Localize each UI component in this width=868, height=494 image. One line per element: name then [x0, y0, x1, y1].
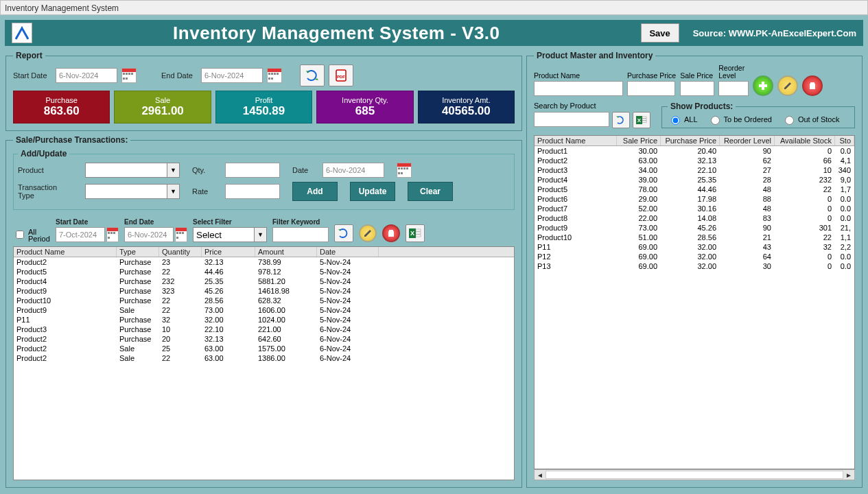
- pdf-button[interactable]: PDF: [329, 64, 353, 86]
- table-row[interactable]: Product822.0014.088300.0: [535, 213, 854, 223]
- svg-text:X: X: [637, 117, 642, 124]
- reorder-level-input[interactable]: [718, 81, 749, 96]
- horizontal-scrollbar[interactable]: ◄ ►: [534, 469, 855, 480]
- all-period-checkbox[interactable]: [16, 231, 24, 239]
- transactions-fieldset: Sale/Purchase Transactions: Add/Update P…: [5, 135, 522, 488]
- svg-rect-0: [21, 27, 23, 28]
- excel-export-button[interactable]: X: [406, 224, 425, 242]
- update-button[interactable]: Update: [350, 182, 395, 201]
- kpi-profit: Profit1450.89: [215, 91, 312, 124]
- table-row[interactable]: Product5Purchase2244.46978.125-Nov-24: [14, 267, 514, 277]
- table-row[interactable]: Product3Purchase1022.10221.006-Nov-24: [14, 325, 514, 334]
- type-label: Transaction Type: [18, 183, 73, 200]
- delete-transaction-button[interactable]: [382, 224, 400, 242]
- transaction-date-input[interactable]: [322, 163, 384, 178]
- filter-keyword-label: Filter Keyword: [272, 218, 329, 226]
- edit-transaction-button[interactable]: [359, 224, 377, 242]
- select-filter-label: Select Filter: [193, 218, 267, 226]
- table-row[interactable]: Product263.0032.1362664,1: [535, 156, 854, 165]
- table-row[interactable]: Product2Sale2563.001575.006-Nov-24: [14, 344, 514, 353]
- svg-rect-13: [810, 82, 814, 84]
- refresh-filter-button[interactable]: [334, 224, 353, 242]
- scroll-right-icon[interactable]: ►: [843, 471, 854, 479]
- sale-price-input[interactable]: [680, 81, 714, 96]
- table-row[interactable]: Product973.0045.269030121,: [535, 223, 854, 233]
- table-row[interactable]: Product1051.0028.5621221,1: [535, 233, 854, 242]
- delete-product-button[interactable]: [802, 75, 823, 96]
- chevron-down-icon[interactable]: ▼: [167, 163, 180, 178]
- svg-rect-8: [416, 232, 421, 234]
- table-row[interactable]: Product2Purchase2032.13642.606-Nov-24: [14, 334, 514, 344]
- clear-button[interactable]: Clear: [408, 182, 453, 201]
- table-row[interactable]: P1369.0032.003000.0: [535, 261, 854, 271]
- kpi-sale: Sale2961.00: [114, 91, 211, 124]
- svg-text:PDF: PDF: [337, 75, 345, 79]
- purchase-price-input[interactable]: [627, 81, 675, 96]
- table-row[interactable]: Product9Purchase32345.2614618.985-Nov-24: [14, 286, 514, 296]
- table-row[interactable]: Product629.0017.988800.0: [535, 194, 854, 204]
- radio-to-be-ordered[interactable]: To be Ordered: [707, 114, 772, 125]
- calendar-icon[interactable]: [106, 227, 119, 242]
- rate-input[interactable]: [225, 184, 280, 199]
- svg-rect-9: [416, 235, 421, 237]
- sale-price-label: Sale Price: [680, 71, 714, 80]
- filter-start-date-input[interactable]: [56, 227, 105, 242]
- search-input[interactable]: [534, 112, 609, 127]
- calendar-icon[interactable]: [397, 163, 412, 178]
- table-row[interactable]: Product334.0022.102710340: [535, 165, 854, 175]
- table-row[interactable]: Product4Purchase23225.355881.205-Nov-24: [14, 277, 514, 286]
- qty-input[interactable]: [225, 163, 280, 178]
- type-combo[interactable]: ▼: [85, 184, 180, 199]
- edit-product-button[interactable]: [777, 75, 798, 96]
- svg-rect-7: [416, 229, 421, 231]
- transactions-grid[interactable]: Product Name Type Quantity Price Amount …: [13, 246, 515, 480]
- svg-rect-12: [810, 84, 815, 89]
- start-date-label: Start Date: [13, 71, 51, 80]
- calendar-icon[interactable]: [267, 68, 282, 83]
- chevron-down-icon[interactable]: ▼: [255, 227, 267, 242]
- filter-start-date-label: Start Date: [56, 218, 119, 226]
- chevron-down-icon[interactable]: ▼: [167, 184, 180, 199]
- radio-out-of-stock[interactable]: Out of Stock: [782, 114, 840, 125]
- filter-keyword-input[interactable]: [272, 227, 329, 242]
- table-row[interactable]: Product578.0044.4648221,7: [535, 185, 854, 194]
- table-row[interactable]: Product752.0030.164800.0: [535, 204, 854, 213]
- table-row[interactable]: P1269.0032.006400.0: [535, 252, 854, 261]
- search-excel-button[interactable]: X: [633, 112, 650, 128]
- table-row[interactable]: Product10Purchase2228.56628.325-Nov-24: [14, 296, 514, 305]
- table-row[interactable]: P1169.0032.0043322,2: [535, 242, 854, 252]
- add-product-button[interactable]: [753, 75, 773, 96]
- add-button[interactable]: Add: [292, 182, 338, 201]
- calendar-icon[interactable]: [175, 227, 187, 242]
- scroll-left-icon[interactable]: ◄: [535, 471, 546, 479]
- product-grid[interactable]: Product Name Sale Price Purchase Price R…: [534, 135, 855, 469]
- search-refresh-button[interactable]: [612, 112, 630, 128]
- product-name-input[interactable]: [534, 81, 623, 96]
- filter-end-date-label: End Date: [124, 218, 187, 226]
- refresh-button[interactable]: [300, 64, 325, 86]
- app-title: Inventory Management System - V3.0: [173, 23, 500, 43]
- save-button[interactable]: Save: [641, 23, 679, 43]
- kpi-inventory-amt: Inventory Amt.40565.00: [418, 91, 515, 124]
- filter-end-date-input[interactable]: [124, 227, 174, 242]
- select-filter-combo[interactable]: ▼: [193, 227, 267, 242]
- app-logo: [12, 23, 32, 43]
- report-start-date-input[interactable]: [56, 68, 117, 83]
- product-combo[interactable]: ▼: [85, 163, 180, 178]
- table-row[interactable]: Product2Purchase2332.13738.995-Nov-24: [14, 257, 514, 267]
- radio-all[interactable]: ALL: [668, 114, 698, 125]
- kpi-purchase: Purchase863.60: [13, 91, 110, 124]
- table-row[interactable]: Product130.0020.409000.0: [535, 146, 854, 156]
- source-text: Source: WWW.PK-AnExcelExpert.Com: [693, 28, 856, 38]
- app-header: Inventory Management System - V3.0 Save …: [4, 19, 864, 47]
- calendar-icon[interactable]: [121, 68, 137, 83]
- table-row[interactable]: Product2Sale2263.001386.006-Nov-24: [14, 353, 514, 363]
- table-row[interactable]: Product9Sale2273.001606.005-Nov-24: [14, 305, 514, 315]
- add-update-fieldset: Add/Update Product ▼ Qty. Date Transacti…: [13, 149, 515, 210]
- table-row[interactable]: P11Purchase3232.001024.005-Nov-24: [14, 315, 514, 325]
- table-row[interactable]: Product439.0025.35282329,0: [535, 175, 854, 185]
- end-date-label: End Date: [161, 71, 197, 80]
- svg-rect-17: [642, 119, 646, 121]
- report-end-date-input[interactable]: [201, 68, 263, 83]
- show-products-legend: Show Products:: [668, 102, 736, 111]
